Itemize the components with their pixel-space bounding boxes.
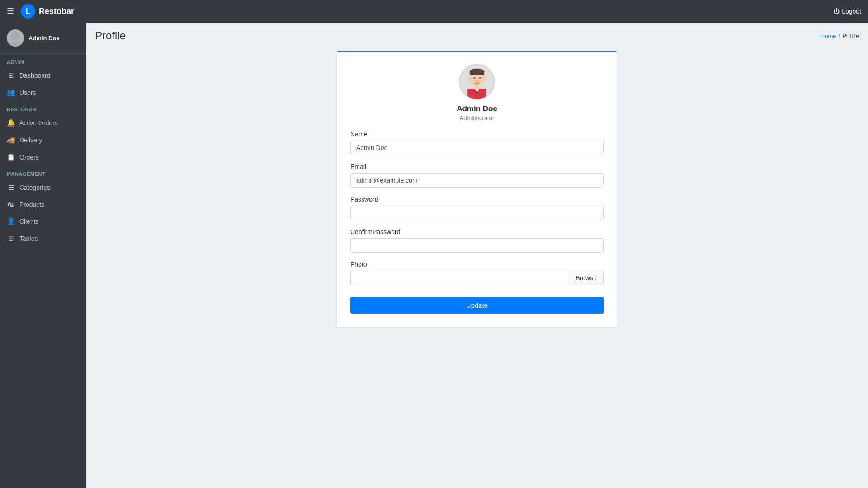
sidebar-item-active-orders[interactable]: 🔔 Active Orders — [0, 114, 86, 131]
main-content: Admin Doe Administrator Name Email Passw… — [86, 44, 868, 488]
password-input[interactable] — [350, 206, 604, 220]
navbar-right: ⏻ Logout — [833, 8, 861, 15]
breadcrumb-current: Profile — [842, 33, 859, 39]
power-icon: ⏻ — [833, 8, 840, 15]
update-button[interactable]: Update — [350, 297, 604, 314]
name-label: Name — [350, 131, 604, 138]
logout-label: Logout — [842, 8, 861, 15]
logout-button[interactable]: ⏻ Logout — [833, 8, 861, 15]
svg-point-7 — [483, 77, 486, 80]
table-icon: ⊞ — [7, 235, 15, 243]
content-header: Profile Home / Profile — [86, 23, 868, 44]
products-icon: 🛍 — [7, 201, 15, 208]
users-icon: 👥 — [7, 89, 15, 97]
password-label: Password — [350, 196, 604, 203]
breadcrumb-separator: / — [839, 33, 840, 39]
truck-icon: 🚚 — [7, 136, 15, 144]
clipboard-icon: 📋 — [7, 153, 15, 161]
photo-path-input[interactable] — [350, 271, 569, 285]
sidebar-item-label: Categories — [19, 184, 50, 191]
bell-icon: 🔔 — [7, 119, 15, 127]
admin-avatar-svg — [460, 64, 494, 100]
client-icon: 👤 — [7, 217, 15, 225]
sidebar: Admin Doe ADMIN ⊞ Dashboard 👥 Users REST… — [0, 0, 86, 488]
sidebar-username: Admin Doe — [28, 35, 60, 42]
sidebar-item-clients[interactable]: 👤 Clients — [0, 213, 86, 230]
sidebar-user-section: Admin Doe — [0, 23, 86, 54]
profile-avatar — [459, 64, 495, 100]
sidebar-item-categories[interactable]: ☰ Categories — [0, 179, 86, 196]
profile-card: Admin Doe Administrator Name Email Passw… — [337, 51, 617, 327]
name-form-group: Name — [350, 131, 604, 155]
brand-link[interactable]: L Restobar — [21, 4, 74, 19]
sidebar-item-orders[interactable]: 📋 Orders — [0, 149, 86, 166]
svg-point-1 — [9, 42, 22, 47]
sidebar-item-dashboard[interactable]: ⊞ Dashboard — [0, 67, 86, 84]
svg-point-11 — [479, 77, 481, 79]
sidebar-item-label: Dashboard — [19, 72, 51, 79]
sidebar-item-label: Active Orders — [19, 119, 58, 127]
brand-name: Restobar — [39, 7, 74, 16]
user-avatar-icon — [7, 29, 24, 47]
password-form-group: Password — [350, 196, 604, 220]
svg-point-0 — [11, 32, 20, 40]
top-navbar: ☰ L Restobar ⏻ Logout — [0, 0, 868, 23]
svg-rect-5 — [470, 70, 484, 75]
sidebar-item-label: Users — [19, 89, 36, 96]
sidebar-item-label: Tables — [19, 235, 38, 242]
sidebar-toggle-button[interactable]: ☰ — [7, 6, 14, 16]
sidebar-item-users[interactable]: 👥 Users — [0, 84, 86, 101]
management-section-label: MANAGEMENT — [0, 166, 86, 179]
sidebar-item-label: Clients — [19, 218, 39, 225]
sidebar-item-delivery[interactable]: 🚚 Delivery — [0, 131, 86, 149]
sidebar-item-tables[interactable]: ⊞ Tables — [0, 230, 86, 247]
svg-point-12 — [476, 80, 478, 81]
confirm-password-label: ConfirmPassword — [350, 228, 604, 235]
breadcrumb: Home / Profile — [821, 33, 859, 39]
email-form-group: Email — [350, 163, 604, 188]
sidebar-item-products[interactable]: 🛍 Products — [0, 196, 86, 213]
admin-section-label: ADMIN — [0, 54, 86, 67]
confirm-password-form-group: ConfirmPassword — [350, 228, 604, 253]
confirm-password-input[interactable] — [350, 238, 604, 253]
dashboard-icon: ⊞ — [7, 71, 15, 80]
profile-avatar-section: Admin Doe Administrator — [350, 64, 604, 122]
svg-rect-16 — [475, 86, 479, 90]
name-input[interactable] — [350, 141, 604, 155]
email-input[interactable] — [350, 173, 604, 188]
sidebar-item-label: Orders — [19, 154, 39, 161]
profile-display-name: Admin Doe — [350, 104, 604, 113]
file-input-wrapper: Browse — [350, 271, 604, 285]
photo-label: Photo — [350, 261, 604, 268]
list-icon: ☰ — [7, 183, 15, 192]
sidebar-item-label: Delivery — [19, 136, 42, 144]
avatar — [7, 29, 24, 47]
main-wrapper: Profile Home / Profile — [86, 0, 868, 488]
svg-point-10 — [473, 77, 475, 79]
photo-form-group: Photo Browse — [350, 261, 604, 285]
navbar-left: ☰ L Restobar — [7, 4, 74, 19]
profile-display-role: Administrator — [350, 115, 604, 122]
svg-point-6 — [468, 77, 471, 80]
browse-button[interactable]: Browse — [569, 271, 604, 285]
restobar-section-label: RESTOBAR — [0, 101, 86, 114]
page-title: Profile — [95, 29, 126, 42]
sidebar-item-label: Products — [19, 201, 44, 208]
brand-logo: L — [21, 4, 35, 19]
breadcrumb-home-link[interactable]: Home — [821, 33, 836, 39]
email-label: Email — [350, 163, 604, 170]
